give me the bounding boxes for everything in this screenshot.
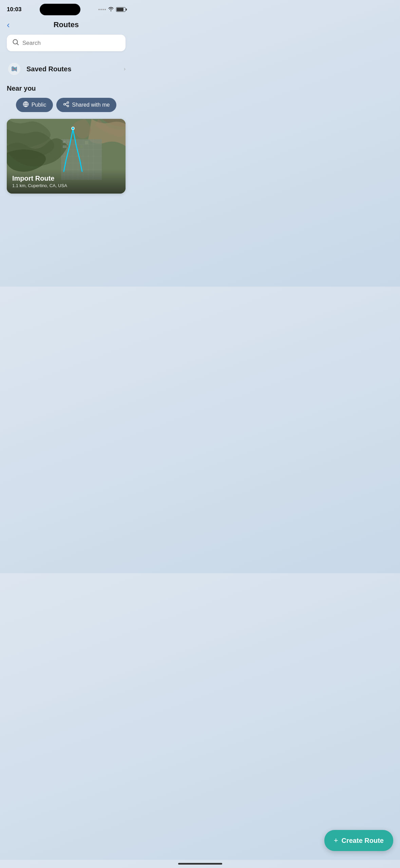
filter-tab-public[interactable]: Public: [16, 98, 53, 112]
public-icon: [23, 101, 29, 109]
chevron-right-icon: ›: [124, 66, 126, 72]
route-meta: 1.1 km, Cupertino, CA, USA: [12, 183, 120, 188]
page-title: Routes: [54, 20, 79, 29]
battery-icon: [116, 7, 126, 12]
route-name: Import Route: [12, 175, 120, 182]
wifi-icon: [108, 7, 114, 12]
search-container: [0, 35, 132, 58]
svg-rect-29: [63, 141, 65, 143]
near-you-section-header: Near you: [0, 83, 132, 98]
nav-header: ‹ Routes: [0, 17, 132, 35]
map-image: Import Route 1.1 km, Cupertino, CA, USA: [7, 119, 126, 194]
filter-tab-shared[interactable]: Shared with me: [56, 98, 116, 112]
search-icon: [12, 39, 19, 47]
svg-rect-31: [63, 145, 67, 148]
back-button[interactable]: ‹: [7, 20, 10, 30]
svg-point-11: [67, 105, 69, 107]
svg-line-12: [65, 103, 67, 104]
shared-tab-label: Shared with me: [72, 102, 110, 108]
saved-routes-icon: [7, 61, 22, 76]
search-input[interactable]: [22, 40, 120, 47]
svg-line-1: [17, 43, 18, 45]
signal-icon: [98, 9, 106, 10]
status-bar: 10:03: [0, 0, 132, 17]
svg-rect-32: [80, 145, 82, 148]
svg-line-13: [65, 105, 67, 106]
route-overlay: Import Route 1.1 km, Cupertino, CA, USA: [7, 169, 126, 194]
status-time: 10:03: [7, 6, 21, 13]
svg-rect-33: [85, 141, 88, 144]
filter-tabs: Public Shared with me: [0, 98, 132, 119]
public-tab-label: Public: [32, 102, 46, 108]
dynamic-island: [40, 4, 80, 15]
map-card[interactable]: Import Route 1.1 km, Cupertino, CA, USA: [7, 119, 126, 194]
svg-point-9: [67, 102, 69, 104]
saved-routes-label: Saved Routes: [26, 65, 119, 73]
svg-point-4: [15, 69, 16, 70]
search-bar[interactable]: [7, 35, 126, 51]
status-icons: [98, 7, 126, 12]
svg-point-10: [64, 104, 65, 105]
svg-point-3: [13, 69, 14, 70]
share-icon: [63, 101, 69, 109]
svg-point-35: [72, 127, 74, 129]
saved-routes-row[interactable]: Saved Routes ›: [0, 58, 132, 83]
